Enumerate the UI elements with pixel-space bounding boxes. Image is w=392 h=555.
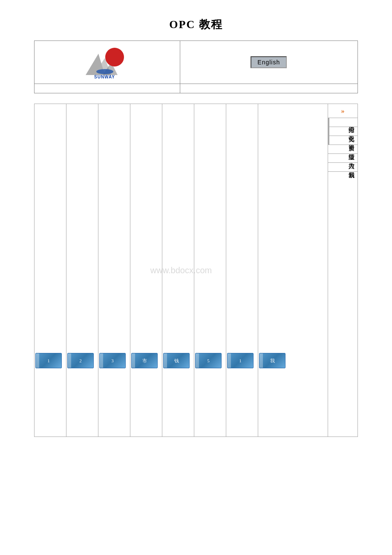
lang-cell[interactable]: English [180, 41, 357, 84]
sidebar-item-company-culture[interactable]: 司文化 [328, 127, 357, 136]
col-1: 1 [35, 104, 66, 436]
content-area: www.bdocx.com 1 2 [35, 104, 328, 436]
sidebar-item-performance[interactable]: 型业绩 [328, 145, 357, 154]
sidebar-item-contact-us[interactable]: 系我们 [328, 163, 357, 172]
thumb-5[interactable]: 钱 [163, 353, 190, 368]
svg-point-3 [105, 48, 124, 66]
thumb-4[interactable]: 市 [131, 353, 158, 368]
main-content-table: www.bdocx.com 1 2 [34, 104, 358, 437]
sunway-logo-svg: SUNWAY [81, 45, 133, 79]
empty-cell-left [35, 84, 180, 93]
col-3: 3 [98, 104, 130, 436]
thumb-2[interactable]: 2 [67, 353, 94, 368]
page-title: OPC 教程 [34, 17, 358, 32]
logo-area: SUNWAY [39, 45, 176, 79]
col-7: 1 [226, 104, 258, 436]
thumb-8[interactable]: 我 [259, 353, 285, 368]
sidebar: » 司介绍 司文化 司资质 型业 [328, 104, 358, 437]
svg-point-4 [96, 69, 113, 74]
sidebar-inner: » 司介绍 司文化 司资质 型业 [328, 104, 357, 172]
english-button[interactable]: English [251, 56, 287, 68]
thumb-1[interactable]: 1 [35, 353, 62, 368]
empty-cell-right [180, 84, 357, 93]
col-2: 2 [66, 104, 98, 436]
sidebar-item-input-control[interactable]: 入力控 [328, 154, 357, 163]
thumb-3[interactable]: 3 [99, 353, 126, 368]
svg-text:SUNWAY: SUNWAY [94, 75, 115, 79]
col-6: 5 [194, 104, 226, 436]
sidebar-arrow: » [328, 104, 357, 118]
col-4: 市 [130, 104, 162, 436]
col-8: 我 [258, 104, 290, 436]
thumb-6[interactable]: 5 [195, 353, 222, 368]
col-5: 钱 [162, 104, 194, 436]
sidebar-item-company-intro[interactable]: 司介绍 [328, 118, 357, 127]
thumb-7[interactable]: 1 [227, 353, 254, 368]
logo-cell: SUNWAY [35, 41, 180, 84]
content-columns-area: www.bdocx.com 1 2 [35, 104, 328, 437]
double-arrow-icon: » [341, 107, 345, 115]
header-table: SUNWAY English [34, 40, 358, 93]
sidebar-item-company-qualification[interactable]: 司资质 [328, 136, 357, 145]
